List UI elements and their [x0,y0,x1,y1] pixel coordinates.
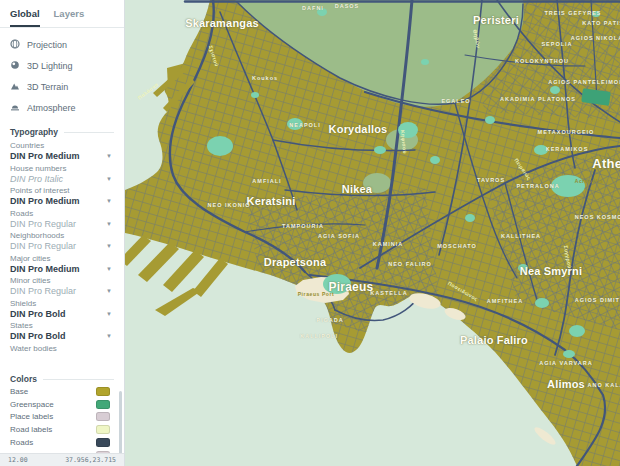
chevron-down-icon: ▼ [106,311,114,317]
font-select[interactable]: DIN Pro Regular▼ [10,218,114,230]
coordinates-value: 37.956,23.715 [65,456,116,464]
atmosphere-icon [10,102,20,114]
color-row-roads[interactable]: Roads [0,436,124,449]
color-rows: BaseGreenspacePlace labelsRoad labelsRoa… [0,385,124,453]
color-swatch[interactable] [96,412,110,421]
sidebar-scroll-area[interactable]: Projection3D Lighting3D TerrainAtmospher… [0,28,124,453]
typography-row-points-of-interest: Points of interestDIN Pro Medium▼ [0,185,124,208]
color-row-label: Base [10,387,28,396]
scrollbar-thumb[interactable] [119,391,122,453]
font-select[interactable]: DIN Pro Medium▼ [10,263,114,275]
color-row-transit[interactable]: Transit [0,449,124,453]
typography-row-label: Shields [10,299,114,308]
typography-header-label: Typography [10,127,58,137]
font-select-value: DIN Pro Regular [10,240,76,252]
chevron-down-icon: ▼ [106,221,114,227]
color-swatch[interactable] [96,451,110,453]
font-select[interactable]: DIN Pro Regular▼ [10,240,114,252]
typography-row-water-bodies: Water bodies [0,343,124,366]
color-row-greenspace[interactable]: Greenspace [0,398,124,411]
color-row-label: Roads [10,438,33,447]
chevron-down-icon: ▼ [106,153,114,159]
global-item-label: Atmosphere [27,103,76,113]
color-row-label: Road labels [10,425,52,434]
tab-layers[interactable]: Layers [54,8,85,27]
typography-row-label: Minor cities [10,276,114,285]
typography-row-minor-cities: Minor citiesDIN Pro Regular▼ [0,275,124,298]
typography-row-states: StatesDIN Pro Bold▼ [0,320,124,343]
font-select-value: DIN Pro Medium [10,263,80,275]
color-row-label: Greenspace [10,400,54,409]
colors-section-header: Colors [0,365,124,387]
global-item-3d-terrain[interactable]: 3D Terrain [0,76,124,97]
terrain-icon [10,81,20,93]
chevron-down-icon: ▼ [106,333,114,339]
chevron-down-icon: ▼ [106,266,114,272]
typography-row-label: House numbers [10,164,114,173]
typography-row-shields: ShieldsDIN Pro Bold▼ [0,298,124,321]
font-select-value: DIN Pro Medium [10,195,80,207]
global-item-3d-lighting[interactable]: 3D Lighting [0,55,124,76]
map-graphics [125,0,620,466]
color-swatch[interactable] [96,425,110,434]
map-canvas[interactable]: SkaramangasPeristeriKorydallosNikeaKerat… [125,0,620,466]
typography-row-label: Roads [10,209,114,218]
typography-row-label: Points of interest [10,186,114,195]
global-item-label: 3D Terrain [27,82,68,92]
color-row-label: Transit [10,451,34,453]
divider [64,132,114,133]
color-swatch[interactable] [96,400,110,409]
tab-bar: GlobalLayers [0,0,124,28]
font-select[interactable]: DIN Pro Bold▼ [10,330,114,342]
font-select[interactable]: DIN Pro Medium▼ [10,150,114,162]
color-row-place-labels[interactable]: Place labels [0,411,124,424]
chevron-down-icon: ▼ [106,288,114,294]
chevron-down-icon: ▼ [106,198,114,204]
global-item-projection[interactable]: Projection [0,34,124,55]
global-item-label: 3D Lighting [27,61,73,71]
font-select[interactable]: DIN Pro Medium▼ [10,195,114,207]
font-select-value: DIN Pro Regular [10,285,76,297]
color-row-label: Place labels [10,412,53,421]
chevron-down-icon: ▼ [106,176,114,182]
sidebar: GlobalLayers Projection3D Lighting3D Ter… [0,0,125,466]
typography-row-major-cities: Major citiesDIN Pro Medium▼ [0,253,124,276]
global-item-label: Projection [27,40,67,50]
divider [43,379,114,380]
typography-row-countries: CountriesDIN Pro Medium▼ [0,140,124,163]
greenspace-patch [363,173,391,193]
typography-row-label: States [10,321,114,330]
typography-row-neighborhoods: NeighborhoodsDIN Pro Regular▼ [0,230,124,253]
typography-row-label: Water bodies [10,344,114,353]
chevron-down-icon: ▼ [106,243,114,249]
lighting-icon [10,60,20,72]
globe-icon [10,39,20,51]
font-select[interactable]: DIN Pro Bold▼ [10,308,114,320]
typography-row-label: Neighborhoods [10,231,114,240]
color-row-base[interactable]: Base [0,385,124,398]
font-select-value: DIN Pro Medium [10,150,80,162]
font-select[interactable]: DIN Pro Regular▼ [10,285,114,297]
global-item-atmosphere[interactable]: Atmosphere [0,97,124,118]
font-select-value: DIN Pro Italic [10,173,63,185]
color-swatch[interactable] [96,438,110,447]
typography-row-house-numbers: House numbersDIN Pro Italic▼ [0,163,124,186]
typography-row-label: Countries [10,141,114,150]
color-row-road-labels[interactable]: Road labels [0,423,124,436]
global-settings-list: Projection3D Lighting3D TerrainAtmospher… [0,34,124,118]
zoom-level-value: 12.00 [8,456,28,464]
colors-header-label: Colors [10,374,37,384]
style-editor-window: GlobalLayers Projection3D Lighting3D Ter… [0,0,620,466]
font-select-value: DIN Pro Bold [10,330,66,342]
color-swatch[interactable] [96,387,110,396]
font-select-value: DIN Pro Bold [10,308,66,320]
status-bar: 12.00 37.956,23.715 [0,453,124,466]
typography-section-header: Typography [0,118,124,140]
typography-row-roads: RoadsDIN Pro Regular▼ [0,208,124,231]
tab-global[interactable]: Global [10,8,40,27]
font-select-value: DIN Pro Regular [10,218,76,230]
font-select[interactable]: DIN Pro Italic▼ [10,173,114,185]
typography-rows: CountriesDIN Pro Medium▼House numbersDIN… [0,140,124,365]
typography-row-label: Major cities [10,254,114,263]
